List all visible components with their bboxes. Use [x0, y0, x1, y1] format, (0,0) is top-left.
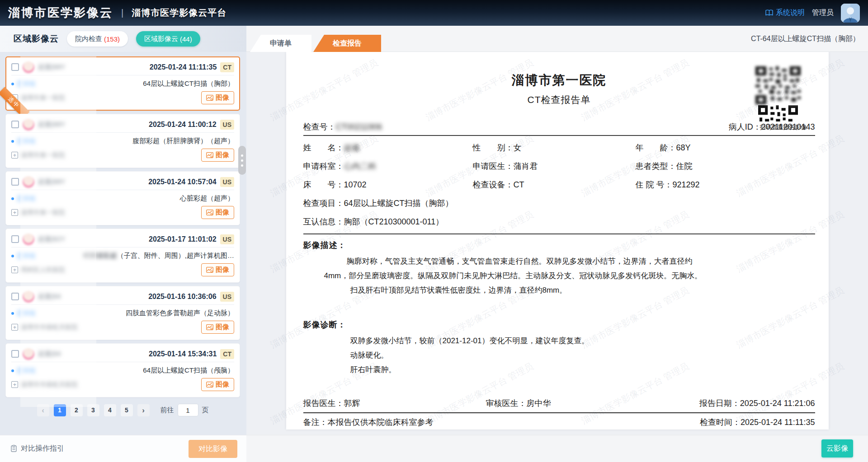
expand-icon[interactable]: +: [11, 381, 18, 388]
image-button[interactable]: 图像: [201, 91, 234, 104]
tab-application-form[interactable]: 申请单: [250, 35, 311, 52]
image-icon: [206, 210, 213, 215]
exam-card[interactable]: 赵嘉|64 2025-01-16 10:36:06 US 已审核 四肢血管彩色多…: [5, 286, 240, 340]
page-button-3[interactable]: 3: [87, 404, 99, 416]
image-button[interactable]: 图像: [201, 321, 234, 334]
card-row-status: 已审核 经阴道彩超（子宫、附件、周围）,超声计算机图…: [11, 252, 234, 260]
modality-badge: US: [220, 120, 234, 130]
tab-hospital-exams-count: (153): [104, 35, 120, 43]
card-checkbox[interactable]: [11, 235, 19, 243]
page-button-5[interactable]: 5: [121, 404, 133, 416]
image-icon: [206, 95, 213, 101]
exam-time: 2025-01-24 10:57:04: [148, 178, 216, 186]
exam-card[interactable]: 赵嘉|68Y 2025-01-24 11:11:35 CT 已审核 64层以上螺…: [5, 56, 240, 111]
image-button[interactable]: 图像: [201, 263, 234, 276]
card-checkbox[interactable]: [11, 63, 19, 71]
bottom-bar-left: 对比操作指引 对比影像: [0, 435, 246, 462]
card-checkbox[interactable]: [11, 350, 19, 358]
prev-page-button[interactable]: ‹: [37, 404, 49, 416]
system-help-link[interactable]: 系统说明: [765, 8, 805, 18]
card-row-top: 赵嘉|64 2025-01-14 15:34:31 CT: [11, 347, 234, 362]
qr-caption: 扫码查看报告影像: [760, 123, 807, 131]
expand-icon[interactable]: +: [11, 266, 18, 273]
image-button[interactable]: 图像: [201, 149, 234, 162]
report-date: 报告日期：2025-01-24 11:21:06: [699, 398, 815, 409]
field-gender: 性 别：女: [473, 142, 636, 153]
image-button[interactable]: 图像: [201, 206, 234, 219]
bottom-bar-right: 云影像: [246, 435, 868, 462]
exam-card[interactable]: 赵嘉|64 2025-01-14 15:34:31 CT 已审核 64层以上螺旋…: [5, 343, 240, 397]
exam-card[interactable]: 赵嘉|68Y 2025-01-24 10:57:04 US 已审核 心脏彩超（超…: [5, 171, 240, 225]
sidebar-header: 区域影像云 院内检查 (153) 区域影像云 (44): [0, 26, 246, 52]
brand-separator: |: [121, 8, 123, 18]
patient-info-grid: 姓 名：赵嘉 性 别：女 年 龄：68Y 申请科室：心内二科 申请医生：蒲肖君 …: [303, 142, 815, 227]
exam-time: 2025-01-17 11:01:02: [149, 235, 216, 243]
sidebar-collapse-handle[interactable]: [238, 146, 246, 175]
review-doctor: 审核医生：房中华: [486, 398, 699, 409]
next-page-button[interactable]: ›: [137, 404, 150, 416]
expand-icon[interactable]: +: [11, 152, 18, 159]
card-row-hospital: + 淄博市第一医院 图像: [11, 206, 234, 219]
description-label: 影像描述：: [303, 240, 815, 251]
patient-name: 赵嘉|62Y: [38, 235, 66, 243]
sidebar-title: 区域影像云: [14, 33, 59, 45]
cloud-image-button[interactable]: 云影像: [821, 439, 853, 457]
expand-icon[interactable]: +: [11, 209, 18, 216]
goto-page: 前往 页: [160, 404, 209, 416]
diagnosis-text: 双肺多发微小结节，较前（2021-12-01）变化不明显，建议年度复查。 动脉硬…: [303, 334, 815, 377]
page-button-2[interactable]: 2: [71, 404, 83, 416]
field-age: 年 龄：68Y: [636, 142, 815, 153]
user-avatar[interactable]: [841, 4, 860, 23]
description-text: 胸廓对称，气管及主支气管通畅，支气管血管束走行自然。双肺见多发微小结节，边界清，…: [303, 254, 815, 298]
card-row-hospital: + 淄博市市级机关医院 图像: [11, 321, 234, 334]
field-patient-type: 患者类型：住院: [636, 161, 815, 172]
status-dot: [11, 197, 14, 200]
image-icon: [206, 324, 213, 330]
image-button-label: 图像: [216, 323, 229, 331]
page-button-1[interactable]: 1: [54, 404, 66, 416]
bottom-bar: 对比操作指引 对比影像 云影像: [0, 435, 868, 462]
patient-avatar: [23, 348, 34, 360]
patient-name: 赵嘉|68Y: [38, 63, 66, 71]
card-checkbox[interactable]: [11, 293, 19, 300]
report-doc-title: CT检查报告单: [303, 93, 815, 106]
username: 管理员: [812, 8, 834, 18]
expand-icon[interactable]: +: [11, 324, 18, 331]
exam-card[interactable]: 赵嘉|68Y 2025-01-24 11:00:12 US 已审核 腹部彩超（肝…: [5, 114, 240, 168]
card-checkbox[interactable]: [11, 121, 19, 128]
field-exam-item: 检查项目：64层以上螺旋CT扫描（胸部）: [303, 198, 815, 209]
tab-hospital-exams-label: 院内检查: [75, 35, 102, 43]
status-dot: [11, 140, 14, 143]
image-button[interactable]: 图像: [201, 378, 234, 391]
card-checkbox[interactable]: [11, 178, 19, 186]
card-row-status: 已审核 四肢血管彩色多普勒超声（足动脉）: [11, 309, 234, 317]
card-row-top: 赵嘉|68Y 2025-01-24 10:57:04 US: [11, 175, 234, 190]
status-dot: [11, 255, 14, 257]
compare-images-button[interactable]: 对比影像: [189, 440, 237, 458]
page-button-4[interactable]: 4: [104, 404, 116, 416]
hospital-name: 淄博市第一医院: [21, 209, 65, 217]
field-department: 申请科室：心内二科: [303, 161, 473, 172]
modality-badge: US: [220, 292, 234, 302]
hospital-name: 淄博市第一医院: [21, 151, 65, 159]
patient-avatar: [23, 291, 34, 303]
avatar-person-icon: [841, 4, 860, 23]
card-row-top: 赵嘉|68Y 2025-01-24 11:00:12 US: [11, 117, 234, 133]
exam-card[interactable]: 赵嘉|62Y 2025-01-17 11:01:02 US 已审核 经阴道彩超（…: [5, 229, 240, 283]
tab-regional-cloud[interactable]: 区域影像云 (44): [136, 31, 200, 47]
patient-name: 赵嘉|64: [38, 350, 61, 358]
exam-name: 64层以上螺旋CT扫描（颅脑）: [143, 366, 234, 375]
compare-guide-link[interactable]: 对比操作指引: [21, 444, 64, 453]
remark-row: 备注：本报告仅供本院临床科室参考 检查时间：2025-01-24 11:11:3…: [303, 417, 815, 428]
modality-badge: CT: [220, 62, 234, 72]
tab-hospital-exams[interactable]: 院内检查 (153): [67, 31, 128, 47]
report-tab-bar: 申请单 检查报告 CT-64层以上螺旋CT扫描（胸部）: [246, 26, 868, 52]
hospital-name: 淄博市第一医院: [21, 94, 65, 102]
goto-page-input[interactable]: [178, 404, 198, 416]
tab-exam-report[interactable]: 检查报告: [313, 35, 381, 52]
card-row-status: 已审核 心脏彩超（超声）: [11, 194, 234, 203]
exam-list-sidebar: 赵嘉|68Y 2025-01-24 11:11:35 CT 已审核 64层以上螺…: [0, 52, 246, 435]
qr-block: 扫码查看报告影像: [739, 66, 807, 131]
exam-number: 检查号：CT00211906: [303, 121, 382, 132]
book-icon: [765, 9, 773, 16]
